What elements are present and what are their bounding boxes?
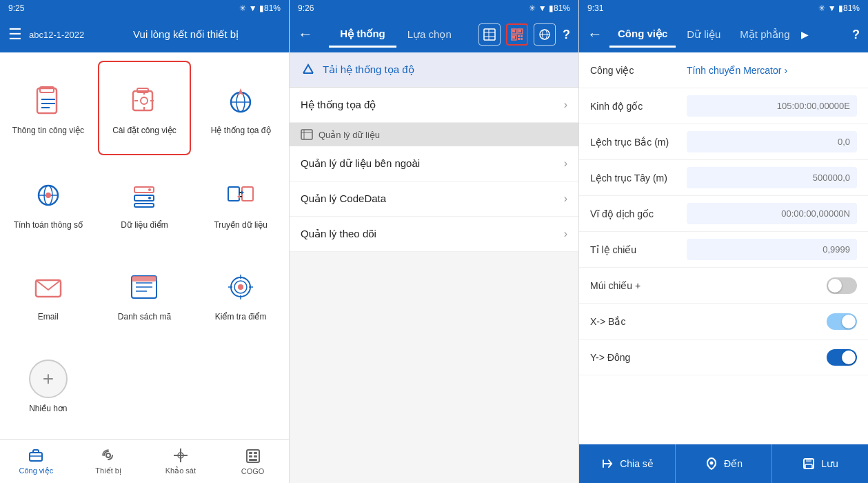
panel-cong-viec: 9:31 ✳ ▼ ▮81% ← Công việc Dữ liệu Mặt ph… <box>579 0 868 483</box>
grid-label-tinh-toan: Tính toán thông số <box>14 220 83 230</box>
back-btn-2[interactable]: ← <box>298 26 313 43</box>
tai-row[interactable]: Tải hệ thống tọa độ <box>290 52 578 88</box>
status-time-3: 9:31 <box>587 3 603 13</box>
grid-item-truyen[interactable]: Truyền dữ liệu <box>192 157 289 248</box>
grid-item-tinh-toan[interactable]: Tính toán thông số <box>0 157 97 248</box>
grid-item-kiem-tra[interactable]: Kiểm tra điểm <box>192 248 289 340</box>
nav-khao-sat[interactable]: Khảo sát <box>145 440 217 483</box>
globe-icon-btn[interactable] <box>534 23 556 46</box>
satellite-nav-icon <box>100 447 117 464</box>
grid-label-thong-tin: Thông tin công việc <box>12 126 84 135</box>
question-btn-3[interactable]: ? <box>852 28 860 42</box>
chia-se-btn[interactable]: Chia sẻ <box>579 444 676 483</box>
svg-point-74 <box>710 462 714 465</box>
toggle-y-dong[interactable] <box>827 349 857 366</box>
back-btn-3[interactable]: ← <box>587 26 603 43</box>
table-icon-btn[interactable] <box>478 23 501 46</box>
database-icon <box>125 176 163 215</box>
tab-lua-chon[interactable]: Lựa chọn <box>396 23 463 46</box>
quan-ly-ben-ngoai-item[interactable]: Quản lý dữ liệu bên ngoài › <box>290 146 578 181</box>
chia-se-label: Chia sẻ <box>620 458 654 469</box>
globe-pin-icon <box>221 81 260 120</box>
den-label: Đến <box>724 458 743 469</box>
tab-cong-viec[interactable]: Công việc <box>609 22 676 48</box>
tab-du-lieu[interactable]: Dữ liệu <box>678 23 729 46</box>
grid-item-cai-dat[interactable]: Cài đặt công việc <box>98 61 192 155</box>
bottom-nav: Công việc Thiết bị Khảo sát COGO <box>0 439 289 483</box>
form-row-cong-viec[interactable]: Công việc Tính chuyển Mercator › <box>579 52 868 88</box>
svg-rect-52 <box>249 459 257 461</box>
survey-nav-icon <box>172 447 189 464</box>
svg-point-36 <box>238 284 243 290</box>
transfer-icon <box>221 176 260 215</box>
svg-rect-48 <box>249 452 252 454</box>
grid-label-cai-dat: Cài đặt công việc <box>112 126 176 135</box>
share-icon <box>600 457 614 471</box>
quan-ly-theo-doi-item[interactable]: Quản lý theo dõi › <box>290 217 578 252</box>
qr-icon-btn[interactable] <box>506 23 528 46</box>
grid-label-danh-sach: Danh sách mã <box>118 312 171 322</box>
form-label-ti-le: Tỉ lệ chiếu <box>590 244 687 255</box>
grid-item-he-thong[interactable]: Hệ thống tọa độ <box>192 59 289 157</box>
svg-point-22 <box>148 188 151 191</box>
svg-rect-58 <box>512 30 515 32</box>
quan-ly-section-header: Quản lý dữ liệu <box>290 123 578 146</box>
form-input-ti-le[interactable] <box>687 239 857 260</box>
svg-rect-50 <box>249 455 252 457</box>
plus-icon[interactable]: + <box>29 359 68 398</box>
status-icons-1: ✳ ▼ ▮81% <box>239 3 281 13</box>
status-bar-2: 9:26 ✳ ▼ ▮81% <box>290 0 578 17</box>
status-time-2: 9:26 <box>298 3 314 13</box>
svg-rect-25 <box>242 187 253 201</box>
form-input-lech-tay[interactable] <box>687 167 857 188</box>
tab-mat-phang[interactable]: Mặt phẳng <box>731 23 798 46</box>
nav-cogo[interactable]: COGO <box>216 440 289 483</box>
header-title-1: Vui lòng kết nối thiết bị <box>91 28 281 41</box>
status-icons-3: ✳ ▼ ▮81% <box>818 3 860 13</box>
chevron-icon-3: › <box>564 193 567 205</box>
menu-icon[interactable]: ☰ <box>8 26 22 43</box>
form-row-vi-do: Vĩ độ dịch gốc <box>579 196 868 232</box>
he-thong-toa-do-item[interactable]: Hệ thống tọa độ › <box>290 88 578 123</box>
form-input-kinh-do[interactable] <box>687 95 857 117</box>
nav-cong-viec[interactable]: Công việc <box>0 440 72 483</box>
status-time-1: 9:25 <box>8 3 24 13</box>
nav-label-thiet-bi: Thiết bị <box>95 466 121 475</box>
luu-btn[interactable]: Lưu <box>772 444 868 483</box>
quan-ly-codedata-label: Quản lý CodeData <box>301 193 386 205</box>
form-input-lech-bac[interactable] <box>687 131 857 152</box>
toggle-mui-chieu[interactable] <box>827 277 857 294</box>
tab-he-thong[interactable]: Hệ thống <box>329 22 396 48</box>
luu-label: Lưu <box>821 458 838 469</box>
form-input-vi-do[interactable] <box>687 203 857 224</box>
svg-point-18 <box>46 193 51 198</box>
svg-rect-63 <box>518 35 520 37</box>
form-value-cong-viec[interactable]: Tính chuyển Mercator › <box>687 65 857 76</box>
toggle-label-y-dong: Y-> Đông <box>590 352 827 363</box>
toggle-row-mui-chieu: Múi chiếu + <box>579 268 868 304</box>
form-row-lech-tay: Lệch trục Tây (m) <box>579 160 868 196</box>
den-btn[interactable]: Đến <box>676 444 772 483</box>
grid-label-du-lieu: Dữ liệu điểm <box>121 220 168 230</box>
tabs-3: Công việc Dữ liệu Mặt phẳng ▶ <box>609 22 845 48</box>
grid-item-nhieu-hon[interactable]: + Nhiều hơn <box>0 340 97 432</box>
chevron-icon: › <box>564 99 567 111</box>
grid-item-thong-tin[interactable]: Thông tin công việc <box>0 59 97 157</box>
grid-item-email[interactable]: Email <box>0 248 97 340</box>
form-label-cong-viec: Công việc <box>590 65 687 76</box>
quan-ly-codedata-item[interactable]: Quản lý CodeData › <box>290 181 578 217</box>
calc-nav-icon <box>245 448 261 464</box>
triangle-icon: ▶ <box>801 29 809 40</box>
tai-label: Tải hệ thống tọa độ <box>323 63 414 76</box>
grid-item-danh-sach[interactable]: Danh sách mã <box>97 248 193 340</box>
svg-rect-49 <box>254 452 257 454</box>
toggle-x-bac[interactable] <box>827 313 857 330</box>
map-icon <box>705 457 718 471</box>
grid-item-du-lieu[interactable]: Dữ liệu điểm <box>97 157 193 248</box>
settings-icon <box>125 81 163 120</box>
panel-home: 9:25 ✳ ▼ ▮81% ☰ abc12-1-2022 Vui lòng kế… <box>0 0 290 483</box>
svg-rect-51 <box>254 455 257 457</box>
form-label-lech-tay: Lệch trục Tây (m) <box>590 172 687 184</box>
nav-thiet-bi[interactable]: Thiết bị <box>72 440 145 483</box>
question-btn-2[interactable]: ? <box>563 28 570 42</box>
